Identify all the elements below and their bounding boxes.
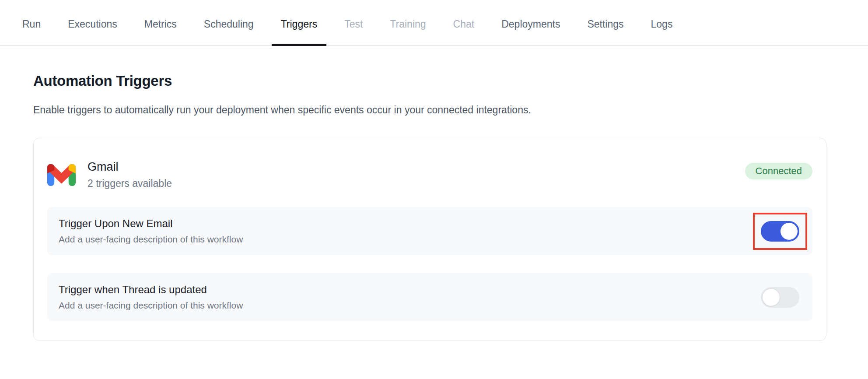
- page-description: Enable triggers to automatically run you…: [33, 104, 868, 116]
- tab-scheduling[interactable]: Scheduling: [195, 0, 263, 46]
- trigger-description: Add a user-facing description of this wo…: [59, 234, 243, 245]
- trigger-description: Add a user-facing description of this wo…: [59, 300, 243, 311]
- tab-executions[interactable]: Executions: [59, 0, 126, 46]
- tab-triggers[interactable]: Triggers: [272, 0, 327, 46]
- main-content: Automation Triggers Enable triggers to a…: [0, 46, 868, 341]
- tab-test[interactable]: Test: [335, 0, 372, 46]
- tab-label: Chat: [453, 18, 475, 30]
- trigger-text: Trigger when Thread is updated Add a use…: [59, 284, 243, 311]
- gmail-icon: [47, 164, 76, 186]
- tab-training[interactable]: Training: [381, 0, 435, 46]
- trigger-text: Trigger Upon New Email Add a user-facing…: [59, 218, 243, 245]
- page-title: Automation Triggers: [33, 73, 868, 89]
- tab-label: Deployments: [501, 18, 560, 30]
- tab-deployments[interactable]: Deployments: [492, 0, 569, 46]
- status-badge: Connected: [745, 163, 812, 179]
- trigger-title: Trigger when Thread is updated: [59, 284, 243, 296]
- tab-label: Test: [344, 18, 363, 30]
- tab-bar: Run Executions Metrics Scheduling Trigge…: [0, 0, 868, 46]
- tab-label: Metrics: [144, 18, 177, 30]
- integration-titles: Gmail 2 triggers available: [88, 160, 172, 190]
- integration-identity: Gmail 2 triggers available: [47, 160, 172, 190]
- integration-card-header: Gmail 2 triggers available Connected: [47, 160, 812, 190]
- integration-card: Gmail 2 triggers available Connected Tri…: [33, 138, 826, 341]
- trigger-row: Trigger when Thread is updated Add a use…: [47, 273, 812, 321]
- tab-run[interactable]: Run: [13, 0, 50, 46]
- tab-settings[interactable]: Settings: [578, 0, 633, 46]
- tab-label: Run: [22, 18, 41, 30]
- annotation-highlight-box: [753, 213, 807, 250]
- app-root: Run Executions Metrics Scheduling Trigge…: [0, 0, 868, 341]
- tab-chat[interactable]: Chat: [444, 0, 484, 46]
- tab-label: Scheduling: [204, 18, 254, 30]
- tab-label: Training: [390, 18, 426, 30]
- trigger-toggle[interactable]: [761, 221, 799, 242]
- toggle-knob: [780, 223, 798, 240]
- trigger-toggle[interactable]: [761, 287, 799, 308]
- tab-label: Executions: [68, 18, 117, 30]
- tab-label: Logs: [651, 18, 673, 30]
- trigger-title: Trigger Upon New Email: [59, 218, 243, 230]
- toggle-knob: [763, 289, 780, 306]
- integration-name: Gmail: [88, 160, 172, 174]
- trigger-list: Trigger Upon New Email Add a user-facing…: [47, 207, 812, 321]
- trigger-row: Trigger Upon New Email Add a user-facing…: [47, 207, 812, 255]
- tab-label: Settings: [587, 18, 623, 30]
- tab-metrics[interactable]: Metrics: [135, 0, 186, 46]
- tab-list: Run Executions Metrics Scheduling Trigge…: [13, 0, 682, 45]
- tab-label: Triggers: [281, 18, 318, 30]
- integration-subtitle: 2 triggers available: [88, 178, 172, 190]
- annotation-highlight-box: [753, 279, 807, 316]
- tab-logs[interactable]: Logs: [642, 0, 682, 46]
